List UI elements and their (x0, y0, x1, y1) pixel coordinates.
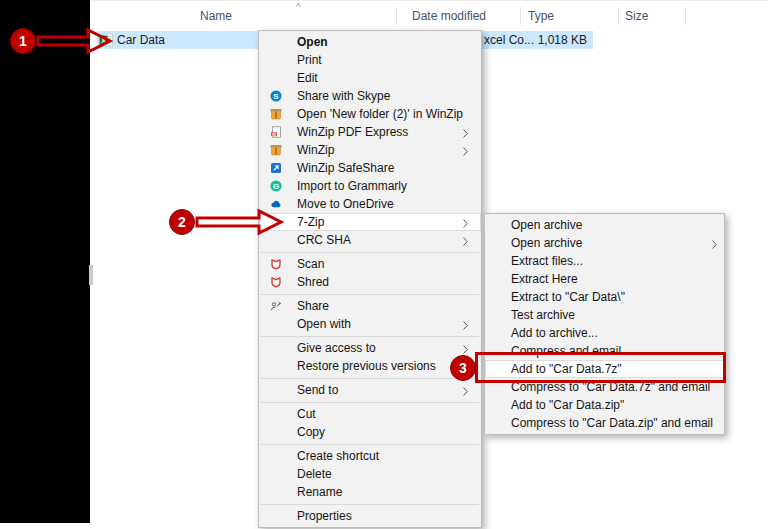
menu-item-cut[interactable]: Cut (259, 405, 481, 423)
scrollbar-thumb[interactable] (89, 265, 93, 285)
column-divider[interactable] (685, 7, 686, 25)
step3-highlight-box (475, 352, 726, 383)
menu-item-label: Move to OneDrive (297, 197, 394, 211)
column-header-size[interactable]: Size (625, 9, 648, 23)
menu-item-open-with[interactable]: Open with (259, 315, 481, 333)
menu-item-copy[interactable]: Copy (259, 423, 481, 441)
menu-item-properties[interactable]: Properties (259, 507, 481, 525)
menu-item-scan[interactable]: Scan (259, 255, 481, 273)
winzip-icon (270, 108, 282, 120)
menu-item-label: WinZip (297, 143, 334, 157)
menu-item-label: Add to "Car Data.zip" (511, 398, 624, 412)
explorer-column-header: Name ^ Date modified Type Size (90, 0, 768, 28)
column-header-date-modified[interactable]: Date modified (412, 9, 486, 23)
column-header-name[interactable]: Name (200, 9, 232, 23)
menu-item-shred[interactable]: Shred (259, 273, 481, 291)
menu-item-label: Test archive (511, 308, 575, 322)
menu-item-label: Restore previous versions (297, 359, 436, 373)
menu-separator (261, 444, 479, 445)
step1-arrow-icon (36, 27, 114, 55)
chevron-right-icon (463, 319, 468, 333)
menu-item-label: Compress to "Car Data.zip" and email (511, 416, 713, 430)
menu-item-open-archive[interactable]: Open archive (485, 216, 724, 234)
menu-item-label: Copy (297, 425, 325, 439)
menu-item-send-to[interactable]: Send to (259, 381, 481, 399)
menu-item-winzip[interactable]: WinZip (259, 141, 481, 159)
menu-separator (261, 378, 479, 379)
menu-item-open[interactable]: Open (259, 33, 481, 51)
menu-item-label: WinZip SafeShare (297, 161, 394, 175)
menu-item-label: Rename (297, 485, 342, 499)
skype-icon: S (270, 90, 282, 102)
menu-item-label: Edit (297, 71, 318, 85)
winzip-icon (270, 144, 282, 156)
sort-ascending-icon: ^ (296, 2, 301, 13)
context-menu: OpenPrintEditSShare with SkypeOpen 'New … (258, 30, 482, 528)
menu-item-add-to-archive[interactable]: Add to archive... (485, 324, 724, 342)
menu-item-label: Scan (297, 257, 324, 271)
menu-separator (261, 336, 479, 337)
menu-item-open-archive-with[interactable]: Open archive (485, 234, 724, 252)
menu-item-winzip-safeshare[interactable]: WinZip SafeShare (259, 159, 481, 177)
menu-item-delete[interactable]: Delete (259, 465, 481, 483)
chevron-right-icon (463, 217, 468, 231)
svg-text:G: G (273, 182, 279, 191)
menu-item-label: Cut (297, 407, 316, 421)
menu-item-label: Give access to (297, 341, 376, 355)
column-header-type[interactable]: Type (528, 9, 554, 23)
menu-item-share-with-skype[interactable]: SShare with Skype (259, 87, 481, 105)
menu-item-extract-here[interactable]: Extract Here (485, 270, 724, 288)
menu-item-restore-previous-versions[interactable]: Restore previous versions (259, 357, 481, 375)
menu-item-create-shortcut[interactable]: Create shortcut (259, 447, 481, 465)
menu-item-label: 7-Zip (297, 215, 324, 229)
chevron-right-icon (463, 235, 468, 249)
menu-item-rename[interactable]: Rename (259, 483, 481, 501)
menu-item-open-new-folder-in-winzip[interactable]: Open 'New folder (2)' in WinZip (259, 105, 481, 123)
menu-item-label: Extract Here (511, 272, 578, 286)
chevron-right-icon (463, 145, 468, 159)
menu-item-label: Share (297, 299, 329, 313)
menu-item-import-to-grammarly[interactable]: GImport to Grammarly (259, 177, 481, 195)
menu-item-label: Share with Skype (297, 89, 390, 103)
menu-item-crc-sha[interactable]: CRC SHA (259, 231, 481, 249)
menu-item-extract-files[interactable]: Extract files... (485, 252, 724, 270)
menu-separator (261, 252, 479, 253)
menu-item-label: Create shortcut (297, 449, 379, 463)
menu-item-add-to-zip[interactable]: Add to "Car Data.zip" (485, 396, 724, 414)
menu-item-label: Extract to "Car Data\" (511, 290, 625, 304)
7zip-submenu: Open archiveOpen archiveExtract files...… (484, 213, 725, 435)
menu-item-winzip-pdf-express[interactable]: WinZip PDF Express (259, 123, 481, 141)
winzip-pdf-icon (270, 126, 282, 138)
menu-item-edit[interactable]: Edit (259, 69, 481, 87)
menu-item-share[interactable]: Share (259, 297, 481, 315)
menu-item-extract-to-folder[interactable]: Extract to "Car Data\" (485, 288, 724, 306)
menu-separator (261, 402, 479, 403)
menu-item-move-to-onedrive[interactable]: Move to OneDrive (259, 195, 481, 213)
menu-item-label: CRC SHA (297, 233, 351, 247)
chevron-right-icon (463, 127, 468, 141)
menu-item-give-access-to[interactable]: Give access to (259, 339, 481, 357)
column-divider[interactable] (618, 7, 619, 25)
column-divider[interactable] (396, 7, 397, 25)
svg-text:S: S (273, 92, 279, 101)
column-divider[interactable] (520, 7, 521, 25)
redacted-left-panel (0, 0, 90, 523)
file-name: Car Data (117, 33, 165, 47)
step2-arrow-icon (195, 208, 287, 236)
menu-item-7-zip[interactable]: 7-Zip (259, 213, 481, 231)
menu-item-label: Open 'New folder (2)' in WinZip (297, 107, 463, 121)
shield-icon (270, 258, 282, 270)
menu-item-label: Open archive (511, 236, 582, 250)
menu-item-test-archive[interactable]: Test archive (485, 306, 724, 324)
menu-item-compress-to-zip-and-email[interactable]: Compress to "Car Data.zip" and email (485, 414, 724, 432)
step3-badge: 3 (450, 355, 476, 381)
shield-icon (270, 276, 282, 288)
menu-item-label: Shred (297, 275, 329, 289)
menu-item-label: Open (297, 35, 328, 49)
menu-item-label: WinZip PDF Express (297, 125, 408, 139)
menu-item-label: Send to (297, 383, 338, 397)
step2-badge: 2 (169, 209, 195, 235)
menu-separator (261, 294, 479, 295)
menu-separator (261, 504, 479, 505)
menu-item-print[interactable]: Print (259, 51, 481, 69)
